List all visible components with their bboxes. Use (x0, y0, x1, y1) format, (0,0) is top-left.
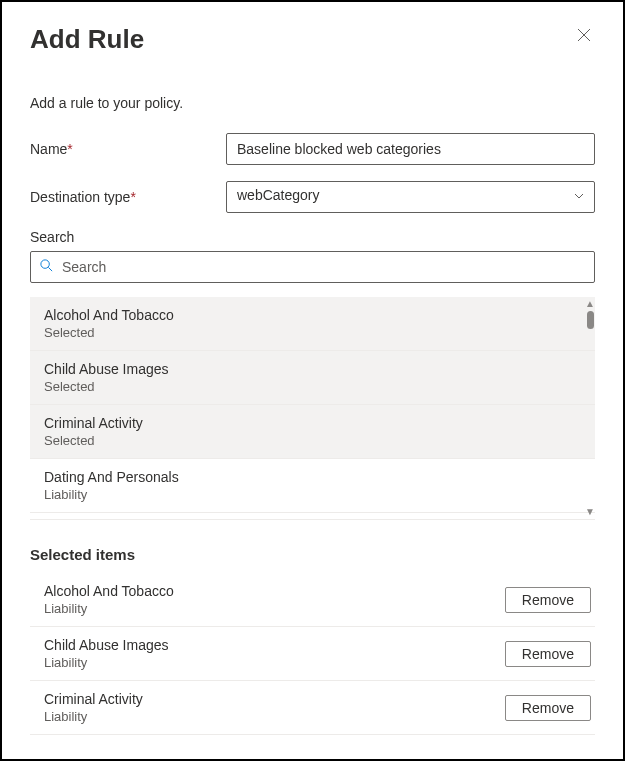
selected-item: Child Abuse ImagesLiabilityRemove (30, 627, 595, 681)
category-title: Child Abuse Images (44, 361, 581, 377)
category-item[interactable]: Child Abuse ImagesSelected (30, 351, 595, 405)
remove-button[interactable]: Remove (505, 587, 591, 613)
name-row: Name* (30, 133, 595, 165)
scroll-up-icon: ▲ (585, 299, 595, 309)
selected-item: Alcohol And TobaccoLiabilityRemove (30, 573, 595, 627)
search-input[interactable] (62, 259, 586, 275)
selected-items-list: Alcohol And TobaccoLiabilityRemoveChild … (30, 573, 595, 735)
destination-type-select[interactable]: webCategory (226, 181, 595, 213)
destination-type-row: Destination type* webCategory (30, 181, 595, 213)
svg-point-0 (41, 260, 49, 268)
panel-subtitle: Add a rule to your policy. (30, 95, 595, 111)
search-section: Search (30, 229, 595, 283)
category-item[interactable]: Dating And PersonalsLiability (30, 459, 595, 513)
category-list: Alcohol And TobaccoSelectedChild Abuse I… (30, 297, 595, 520)
close-button[interactable] (573, 24, 595, 49)
search-box[interactable] (30, 251, 595, 283)
search-icon (39, 258, 54, 276)
scroll-down-icon: ▼ (585, 507, 595, 517)
selected-item-title: Alcohol And Tobacco (44, 583, 174, 599)
category-subtitle: Selected (44, 433, 581, 448)
add-rule-panel: Add Rule Add a rule to your policy. Name… (0, 0, 625, 761)
search-label: Search (30, 229, 595, 245)
selected-item-subtitle: Liability (44, 709, 143, 724)
selected-item-subtitle: Liability (44, 655, 169, 670)
category-subtitle: Selected (44, 325, 581, 340)
remove-button[interactable]: Remove (505, 641, 591, 667)
category-title: Alcohol And Tobacco (44, 307, 581, 323)
selected-items-heading: Selected items (30, 546, 595, 563)
destination-type-value: webCategory (226, 181, 595, 213)
close-icon (577, 28, 591, 42)
scroll-thumb[interactable] (587, 311, 594, 329)
category-scroll[interactable]: Alcohol And TobaccoSelectedChild Abuse I… (30, 297, 595, 519)
remove-button[interactable]: Remove (505, 695, 591, 721)
category-subtitle: Liability (44, 487, 581, 502)
selected-item-text: Child Abuse ImagesLiability (44, 637, 169, 670)
selected-item: Criminal ActivityLiabilityRemove (30, 681, 595, 735)
name-input[interactable] (226, 133, 595, 165)
category-title: Criminal Activity (44, 415, 581, 431)
svg-line-1 (48, 267, 52, 271)
name-label: Name* (30, 141, 226, 157)
category-title: Dating And Personals (44, 469, 581, 485)
required-marker: * (67, 141, 72, 157)
required-marker: * (130, 189, 135, 205)
category-item[interactable]: Criminal ActivitySelected (30, 405, 595, 459)
selected-item-subtitle: Liability (44, 601, 174, 616)
selected-item-title: Criminal Activity (44, 691, 143, 707)
selected-item-text: Alcohol And TobaccoLiability (44, 583, 174, 616)
category-subtitle: Selected (44, 379, 581, 394)
scrollbar[interactable]: ▲ ▼ (583, 299, 597, 517)
selected-item-text: Criminal ActivityLiability (44, 691, 143, 724)
panel-header: Add Rule (30, 24, 595, 55)
panel-title: Add Rule (30, 24, 144, 55)
destination-type-label: Destination type* (30, 189, 226, 205)
selected-item-title: Child Abuse Images (44, 637, 169, 653)
category-item[interactable]: Alcohol And TobaccoSelected (30, 297, 595, 351)
